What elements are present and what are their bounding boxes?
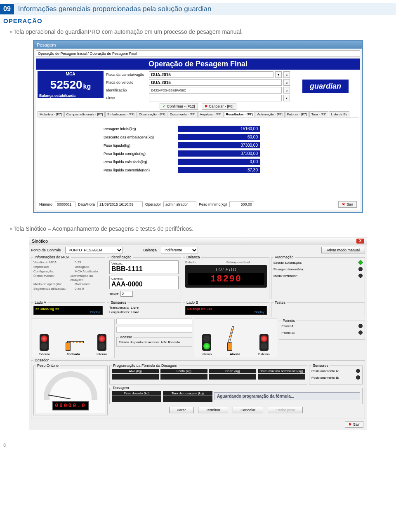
pesomin-value xyxy=(229,202,254,207)
mca-info-line: Segmentos utilizados:0 ao 0 xyxy=(33,287,103,291)
gauge-display: 00000.0 xyxy=(52,401,89,410)
footer-page-number: 8 xyxy=(3,443,396,448)
barrier-b-icon xyxy=(225,334,245,351)
tab-6[interactable]: Resultados - [F7] xyxy=(224,111,255,117)
traffic-light-a-externo xyxy=(40,334,49,351)
cancelar-button[interactable]: ✖ Cancelar - [F8] xyxy=(202,103,236,110)
sinotico-window: Sinótico X Ponto de Controle PONTO_PESAG… xyxy=(29,237,367,430)
operador-label: Operador xyxy=(145,202,161,206)
pesomin-label: Peso mínimo(kg) xyxy=(199,202,227,206)
enviar-peso-button[interactable]: Enviar peso xyxy=(268,407,303,413)
dosador-legend: Dosador xyxy=(33,358,50,362)
ticket-label: Ticket: xyxy=(109,292,119,296)
close-icon[interactable]: X xyxy=(356,239,364,244)
lookup-icon[interactable]: ⌕ xyxy=(283,79,290,86)
peso-dosado-label: Peso dosado (kg) xyxy=(112,391,161,396)
terminar-button[interactable]: Terminar xyxy=(198,407,228,413)
lado-a-display-label: Display: xyxy=(35,311,101,314)
tab-9[interactable]: Tara - [F7] xyxy=(309,111,328,117)
bullet-2: Tela Sinótico – Acompanhamento de pesage… xyxy=(10,225,396,232)
sair-button[interactable]: Sair xyxy=(338,201,357,208)
mca-status: Balança estabilizada xyxy=(38,93,104,98)
lado-b-legend: Lado B xyxy=(185,300,200,305)
fluxo-label: Fluxo xyxy=(106,96,147,100)
dropdown-icon[interactable]: ▾ xyxy=(275,71,282,78)
balanca-select[interactable]: Indiferente xyxy=(161,247,198,253)
result-row: Peso líquido(kg)37300,00 xyxy=(104,142,346,148)
automacao-panel: Automação Estado automação: Pesagem ferr… xyxy=(271,255,365,299)
tab-1[interactable]: Campos adicionais - [F7] xyxy=(64,111,105,117)
lado-a-panel: Lado A >> 18290 kg << Display: xyxy=(31,300,105,317)
testes-panel: Testes xyxy=(271,300,365,317)
result-label: Peso líquido convertido(ton) xyxy=(104,168,170,172)
identificacao-panel: Identificação Veículo: BBB-1111 Carreta:… xyxy=(107,255,181,299)
balanca-panel: Balança Estado:Balança estável TOLEDO 18… xyxy=(183,255,269,299)
mca-heading: MCA xyxy=(38,71,104,77)
placa-veiculo-input[interactable] xyxy=(149,79,282,86)
mca-info-line: Versão do MCA:5.23 xyxy=(33,260,103,264)
placa-carreta-input[interactable] xyxy=(149,71,273,78)
automacao-legend: Automação xyxy=(273,255,295,259)
fluxo-select[interactable] xyxy=(149,95,282,101)
progress-bar-2 xyxy=(116,327,192,333)
dropdown-icon[interactable]: ▾ xyxy=(283,95,290,101)
brand-logo: guardian xyxy=(302,80,349,93)
mca-weight-unit: kg xyxy=(83,83,91,90)
externo-label: Externo xyxy=(39,352,50,356)
dosagem-column: Bruto máximo admissível (kg) xyxy=(258,369,305,380)
cancelar-dosagem-button[interactable]: Cancelar xyxy=(233,407,263,413)
lado-b-display: Balança em uso Display: xyxy=(185,306,267,315)
results-panel: Pesagem inicial(kg)15160,00Desconto das … xyxy=(38,117,358,200)
tab-7[interactable]: Automação - [F7] xyxy=(255,111,284,117)
datahora-value xyxy=(97,202,143,207)
veiculo-label: Veículo: xyxy=(111,262,177,265)
ticket-input[interactable] xyxy=(120,291,133,297)
result-label: Peso líquido corrigido(kg) xyxy=(104,152,170,156)
result-value: 37300,00 xyxy=(178,142,260,148)
tab-3[interactable]: Observação - [F7] xyxy=(137,111,167,117)
tab-8[interactable]: Fatores - [F7] xyxy=(285,111,309,117)
painel-b-led xyxy=(358,330,363,335)
mca-panel: MCA 52520kg Balança estabilizada xyxy=(38,71,104,101)
carreta-label: Carreta: xyxy=(111,277,177,281)
pesagem-titlebar: Pesagem xyxy=(34,41,362,49)
dosador-sensores-legend: Sensores xyxy=(311,363,330,368)
paineis-legend: Painéis xyxy=(281,319,296,323)
sensores-panel: Sensores Transversais:Livre Longitudinai… xyxy=(107,300,181,317)
dosagem-column: Lenta (kg) xyxy=(160,369,207,380)
datahora-label: Data/Hora xyxy=(78,202,95,206)
sinotico-sair-button[interactable]: Sair xyxy=(345,421,363,428)
lookup-icon[interactable]: ⌕ xyxy=(283,87,290,94)
mca-weight-display: 52520kg xyxy=(38,77,104,93)
operation-title: Operação de Pesagem Final xyxy=(36,59,360,70)
interno-label: Interno xyxy=(97,352,107,356)
tab-5[interactable]: Arquivos - [F7] xyxy=(198,111,224,117)
carreta-value: AAA-0000 xyxy=(111,281,177,288)
tab-0[interactable]: Motorista - [F7] xyxy=(38,111,64,117)
posicionamento-a-led xyxy=(356,369,360,373)
posicionamento-b-led xyxy=(356,375,360,380)
tab-2[interactable]: Embalagens - [F7] xyxy=(105,111,136,117)
lado-a-weight: >> 18290 kg << xyxy=(35,307,101,311)
parar-button[interactable]: Parar xyxy=(169,407,194,413)
lookup-icon[interactable]: ⌕ xyxy=(283,71,290,78)
placa-carreta-label: Placa da carreta/vagão xyxy=(106,73,147,77)
tab-10[interactable]: Lista de Ev xyxy=(329,111,349,117)
result-row: Peso líquido calculado(kg)0,00 xyxy=(104,159,346,165)
lado-a-display: >> 18290 kg << Display: xyxy=(33,306,103,315)
externo-b-label: Externo xyxy=(258,352,270,356)
identificacao-input[interactable] xyxy=(149,87,282,94)
ativar-modo-manual-button[interactable]: Ativar modo manual xyxy=(321,247,365,253)
painel-b-label: Painel B: xyxy=(281,331,295,335)
lado-b-lights: Interno Aberta Externo xyxy=(194,319,278,358)
scale-display: TOLEDO 18290 xyxy=(185,265,267,288)
confirmar-button[interactable]: ✔ Confirmar - [F12] xyxy=(160,103,198,110)
tab-4[interactable]: Documento - [F7] xyxy=(168,111,198,117)
modo-tombador-label: Modo tombador: xyxy=(273,274,297,278)
pesagem-window: Pesagem Operação de Pesagem Inicial / Op… xyxy=(33,40,363,213)
mca-info-line: Último evento:Confirmação da pesagem xyxy=(33,274,103,281)
result-label: Peso líquido calculado(kg) xyxy=(104,160,170,164)
ponto-controle-select[interactable]: PONTO_PESAGEM xyxy=(65,247,123,253)
dosador-panel: Dosador Peso OnLine 00000.0 Programação … xyxy=(31,358,365,419)
balanca-legend: Balança xyxy=(185,255,201,259)
